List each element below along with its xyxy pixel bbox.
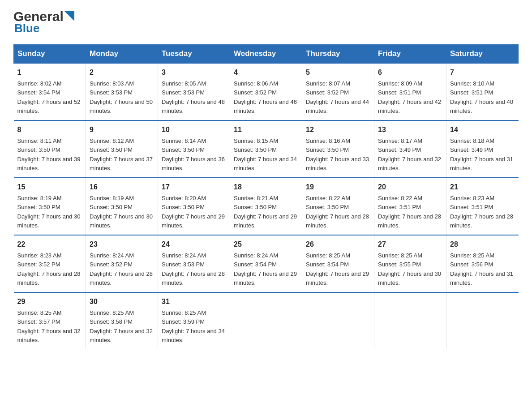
day-info: Sunrise: 8:23 AMSunset: 3:52 PMDaylight:…	[17, 252, 81, 286]
day-number: 8	[17, 124, 82, 135]
calendar-cell: 25Sunrise: 8:24 AMSunset: 3:54 PMDayligh…	[230, 235, 302, 292]
header-wednesday: Wednesday	[230, 45, 302, 64]
calendar-cell	[230, 292, 302, 349]
calendar-table: SundayMondayTuesdayWednesdayThursdayFrid…	[13, 44, 519, 349]
calendar-cell: 13Sunrise: 8:17 AMSunset: 3:49 PMDayligh…	[374, 120, 446, 178]
day-info: Sunrise: 8:06 AMSunset: 3:52 PMDaylight:…	[234, 80, 297, 114]
calendar-cell: 4Sunrise: 8:06 AMSunset: 3:52 PMDaylight…	[230, 63, 302, 120]
day-info: Sunrise: 8:24 AMSunset: 3:52 PMDaylight:…	[90, 252, 153, 286]
calendar-week-row: 29Sunrise: 8:25 AMSunset: 3:57 PMDayligh…	[14, 292, 519, 349]
day-number: 4	[234, 67, 298, 78]
day-info: Sunrise: 8:25 AMSunset: 3:58 PMDaylight:…	[90, 309, 153, 343]
day-number: 10	[162, 124, 226, 135]
day-number: 13	[378, 124, 442, 135]
day-info: Sunrise: 8:21 AMSunset: 3:50 PMDaylight:…	[234, 195, 297, 229]
day-info: Sunrise: 8:19 AMSunset: 3:50 PMDaylight:…	[17, 195, 81, 229]
calendar-cell: 14Sunrise: 8:18 AMSunset: 3:49 PMDayligh…	[446, 120, 519, 178]
header-friday: Friday	[374, 45, 446, 64]
day-info: Sunrise: 8:25 AMSunset: 3:54 PMDaylight:…	[306, 252, 369, 286]
day-number: 16	[90, 182, 154, 193]
day-number: 6	[378, 67, 442, 78]
day-number: 20	[378, 182, 442, 193]
day-number: 12	[306, 124, 370, 135]
day-info: Sunrise: 8:15 AMSunset: 3:50 PMDaylight:…	[234, 137, 297, 171]
calendar-cell: 28Sunrise: 8:25 AMSunset: 3:56 PMDayligh…	[446, 235, 519, 292]
calendar-cell: 20Sunrise: 8:22 AMSunset: 3:51 PMDayligh…	[374, 178, 446, 235]
logo-triangle-icon	[64, 11, 74, 21]
day-info: Sunrise: 8:17 AMSunset: 3:49 PMDaylight:…	[378, 137, 441, 171]
calendar-cell: 18Sunrise: 8:21 AMSunset: 3:50 PMDayligh…	[230, 178, 302, 235]
calendar-cell: 19Sunrise: 8:22 AMSunset: 3:50 PMDayligh…	[302, 178, 374, 235]
day-info: Sunrise: 8:02 AMSunset: 3:54 PMDaylight:…	[17, 80, 81, 114]
logo-blue: Blue	[14, 21, 39, 35]
calendar-cell: 17Sunrise: 8:20 AMSunset: 3:50 PMDayligh…	[158, 178, 230, 235]
calendar-cell: 21Sunrise: 8:23 AMSunset: 3:51 PMDayligh…	[446, 178, 519, 235]
day-info: Sunrise: 8:24 AMSunset: 3:54 PMDaylight:…	[234, 252, 297, 286]
calendar-week-row: 22Sunrise: 8:23 AMSunset: 3:52 PMDayligh…	[14, 235, 519, 292]
calendar-cell: 7Sunrise: 8:10 AMSunset: 3:51 PMDaylight…	[446, 63, 519, 120]
calendar-cell: 30Sunrise: 8:25 AMSunset: 3:58 PMDayligh…	[86, 292, 158, 349]
calendar-cell: 27Sunrise: 8:25 AMSunset: 3:55 PMDayligh…	[374, 235, 446, 292]
calendar-week-row: 1Sunrise: 8:02 AMSunset: 3:54 PMDaylight…	[14, 63, 519, 120]
day-info: Sunrise: 8:22 AMSunset: 3:50 PMDaylight:…	[306, 195, 369, 229]
calendar-cell: 6Sunrise: 8:09 AMSunset: 3:51 PMDaylight…	[374, 63, 446, 120]
calendar-cell: 5Sunrise: 8:07 AMSunset: 3:52 PMDaylight…	[302, 63, 374, 120]
calendar-cell: 3Sunrise: 8:05 AMSunset: 3:53 PMDaylight…	[158, 63, 230, 120]
logo: General Blue	[13, 9, 74, 35]
day-number: 29	[17, 296, 82, 307]
calendar-cell: 12Sunrise: 8:16 AMSunset: 3:50 PMDayligh…	[302, 120, 374, 178]
day-info: Sunrise: 8:09 AMSunset: 3:51 PMDaylight:…	[378, 80, 441, 114]
calendar-cell: 16Sunrise: 8:19 AMSunset: 3:50 PMDayligh…	[86, 178, 158, 235]
header-sunday: Sunday	[14, 45, 86, 64]
day-number: 28	[450, 239, 515, 250]
day-number: 11	[234, 124, 298, 135]
day-info: Sunrise: 8:25 AMSunset: 3:55 PMDaylight:…	[378, 252, 441, 286]
calendar-cell: 11Sunrise: 8:15 AMSunset: 3:50 PMDayligh…	[230, 120, 302, 178]
day-info: Sunrise: 8:16 AMSunset: 3:50 PMDaylight:…	[306, 137, 369, 171]
day-number: 17	[162, 182, 226, 193]
day-info: Sunrise: 8:11 AMSunset: 3:50 PMDaylight:…	[17, 137, 81, 171]
day-info: Sunrise: 8:10 AMSunset: 3:51 PMDaylight:…	[450, 80, 513, 114]
calendar-cell: 26Sunrise: 8:25 AMSunset: 3:54 PMDayligh…	[302, 235, 374, 292]
day-info: Sunrise: 8:22 AMSunset: 3:51 PMDaylight:…	[378, 195, 441, 229]
day-number: 25	[234, 239, 298, 250]
day-number: 27	[378, 239, 442, 250]
calendar-cell: 15Sunrise: 8:19 AMSunset: 3:50 PMDayligh…	[14, 178, 86, 235]
calendar-cell: 8Sunrise: 8:11 AMSunset: 3:50 PMDaylight…	[14, 120, 86, 178]
day-info: Sunrise: 8:12 AMSunset: 3:50 PMDaylight:…	[90, 137, 153, 171]
calendar-week-row: 15Sunrise: 8:19 AMSunset: 3:50 PMDayligh…	[14, 178, 519, 235]
day-info: Sunrise: 8:25 AMSunset: 3:59 PMDaylight:…	[162, 309, 225, 343]
calendar-week-row: 8Sunrise: 8:11 AMSunset: 3:50 PMDaylight…	[14, 120, 519, 178]
day-number: 2	[90, 67, 154, 78]
calendar-cell: 24Sunrise: 8:24 AMSunset: 3:53 PMDayligh…	[158, 235, 230, 292]
calendar-cell: 31Sunrise: 8:25 AMSunset: 3:59 PMDayligh…	[158, 292, 230, 349]
svg-marker-0	[64, 11, 74, 21]
day-number: 7	[450, 67, 515, 78]
day-info: Sunrise: 8:14 AMSunset: 3:50 PMDaylight:…	[162, 137, 225, 171]
day-number: 3	[162, 67, 226, 78]
calendar-cell: 10Sunrise: 8:14 AMSunset: 3:50 PMDayligh…	[158, 120, 230, 178]
day-number: 23	[90, 239, 154, 250]
day-number: 26	[306, 239, 370, 250]
day-number: 15	[17, 182, 82, 193]
calendar-cell	[302, 292, 374, 349]
header-tuesday: Tuesday	[158, 45, 230, 64]
day-number: 24	[162, 239, 226, 250]
day-number: 30	[90, 296, 154, 307]
day-info: Sunrise: 8:03 AMSunset: 3:53 PMDaylight:…	[90, 80, 153, 114]
day-info: Sunrise: 8:24 AMSunset: 3:53 PMDaylight:…	[162, 252, 225, 286]
day-info: Sunrise: 8:25 AMSunset: 3:56 PMDaylight:…	[450, 252, 513, 286]
day-info: Sunrise: 8:18 AMSunset: 3:49 PMDaylight:…	[450, 137, 513, 171]
calendar-cell: 2Sunrise: 8:03 AMSunset: 3:53 PMDaylight…	[86, 63, 158, 120]
day-number: 19	[306, 182, 370, 193]
header-saturday: Saturday	[446, 45, 519, 64]
header-monday: Monday	[86, 45, 158, 64]
header-thursday: Thursday	[302, 45, 374, 64]
calendar-cell	[374, 292, 446, 349]
day-info: Sunrise: 8:25 AMSunset: 3:57 PMDaylight:…	[17, 309, 81, 343]
calendar-cell: 22Sunrise: 8:23 AMSunset: 3:52 PMDayligh…	[14, 235, 86, 292]
calendar-cell	[446, 292, 519, 349]
day-info: Sunrise: 8:07 AMSunset: 3:52 PMDaylight:…	[306, 80, 369, 114]
day-number: 5	[306, 67, 370, 78]
day-info: Sunrise: 8:20 AMSunset: 3:50 PMDaylight:…	[162, 195, 225, 229]
